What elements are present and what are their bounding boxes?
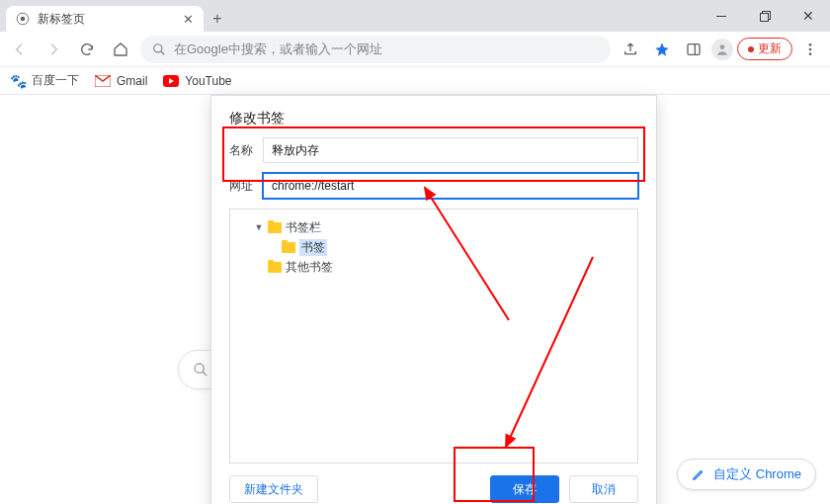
- svg-point-10: [809, 47, 812, 50]
- svg-point-9: [809, 43, 812, 46]
- svg-line-5: [161, 50, 165, 54]
- address-bar[interactable]: 在Google中搜索，或者输入一个网址: [140, 36, 611, 63]
- bookmarks-bar: 🐾 百度一下 Gmail YouTube: [0, 67, 830, 95]
- browser-tab[interactable]: 新标签页 ✕: [6, 6, 204, 32]
- tab-favicon: [16, 12, 30, 26]
- edit-bookmark-dialog: 修改书签 名称 网址 ▼ 书签栏 书签: [210, 95, 657, 504]
- tree-row-bookmarks-bar[interactable]: ▼ 书签栏: [238, 217, 629, 237]
- window-maximize-button[interactable]: [743, 0, 787, 32]
- folder-tree[interactable]: ▼ 书签栏 书签 其他书签: [229, 209, 638, 463]
- minimize-icon: [716, 16, 726, 17]
- bookmark-label: Gmail: [117, 74, 147, 88]
- arrow-left-icon: [12, 42, 28, 57]
- home-icon: [113, 42, 128, 57]
- tree-row-bookmarks-child[interactable]: 书签: [238, 237, 629, 257]
- youtube-icon: [163, 73, 179, 89]
- window-titlebar: 新标签页 ✕ + ✕: [0, 0, 830, 32]
- browser-toolbar: 在Google中搜索，或者输入一个网址 更新: [0, 32, 830, 67]
- svg-point-14: [195, 364, 204, 373]
- search-icon: [152, 42, 166, 56]
- window-minimize-button[interactable]: [700, 0, 743, 32]
- arrow-right-icon: [45, 42, 61, 57]
- folder-icon: [268, 222, 282, 233]
- update-button[interactable]: 更新: [737, 38, 792, 60]
- bookmark-label: YouTube: [185, 74, 231, 88]
- new-folder-button[interactable]: 新建文件夹: [229, 475, 318, 503]
- svg-point-11: [809, 52, 812, 55]
- tree-row-other-bookmarks[interactable]: 其他书签: [238, 257, 629, 277]
- dialog-title: 修改书签: [211, 96, 656, 137]
- folder-icon: [268, 262, 282, 273]
- reload-button[interactable]: [73, 36, 101, 63]
- side-panel-button[interactable]: [680, 36, 707, 63]
- panel-icon: [686, 42, 702, 57]
- caret-down-icon[interactable]: ▼: [254, 222, 264, 232]
- customize-chrome-button[interactable]: 自定义 Chrome: [677, 459, 816, 490]
- new-tab-button[interactable]: +: [204, 6, 231, 32]
- close-icon: ✕: [802, 8, 814, 24]
- star-filled-icon: [654, 42, 670, 57]
- gmail-icon: [95, 73, 111, 89]
- home-button[interactable]: [107, 36, 134, 63]
- profile-button[interactable]: [711, 39, 733, 60]
- tab-close-icon[interactable]: ✕: [183, 12, 194, 27]
- url-label: 网址: [229, 178, 263, 195]
- name-label: 名称: [229, 142, 263, 159]
- person-icon: [715, 42, 729, 56]
- dialog-footer: 新建文件夹 保存 取消: [211, 463, 656, 504]
- folder-icon: [282, 242, 295, 253]
- kebab-icon: [802, 42, 818, 57]
- svg-point-1: [21, 17, 26, 22]
- window-controls: ✕: [700, 0, 830, 32]
- svg-rect-6: [688, 43, 700, 54]
- page-content: 修改书签 名称 网址 ▼ 书签栏 书签: [0, 95, 830, 504]
- paw-icon: 🐾: [10, 73, 26, 89]
- menu-button[interactable]: [796, 36, 824, 63]
- pencil-icon: [692, 467, 706, 481]
- omnibox-placeholder: 在Google中搜索，或者输入一个网址: [174, 41, 382, 58]
- bookmark-item-gmail[interactable]: Gmail: [95, 73, 147, 89]
- update-dot-icon: [748, 46, 754, 52]
- tree-label-selected: 书签: [299, 239, 327, 256]
- svg-point-8: [720, 44, 725, 49]
- bookmark-url-input[interactable]: [263, 173, 638, 199]
- search-icon: [193, 362, 208, 378]
- save-button[interactable]: 保存: [490, 475, 559, 503]
- reload-icon: [79, 42, 95, 57]
- cancel-button[interactable]: 取消: [569, 475, 638, 503]
- bookmark-item-youtube[interactable]: YouTube: [163, 73, 231, 89]
- bookmark-item-baidu[interactable]: 🐾 百度一下: [10, 72, 79, 89]
- bookmark-name-input[interactable]: [263, 137, 638, 163]
- update-label: 更新: [758, 41, 782, 57]
- svg-line-15: [203, 372, 207, 376]
- window-close-button[interactable]: ✕: [787, 0, 830, 32]
- svg-rect-3: [760, 13, 768, 21]
- bookmark-star-button[interactable]: [648, 36, 676, 63]
- bookmark-label: 百度一下: [32, 72, 79, 89]
- back-button[interactable]: [6, 36, 34, 63]
- share-button[interactable]: [617, 36, 644, 63]
- tree-label: 其他书签: [286, 259, 333, 276]
- customize-label: 自定义 Chrome: [713, 465, 801, 483]
- tab-title: 新标签页: [38, 11, 175, 28]
- forward-button[interactable]: [40, 36, 67, 63]
- svg-point-4: [154, 43, 162, 51]
- tree-label: 书签栏: [286, 219, 321, 236]
- share-icon: [622, 42, 638, 57]
- restore-icon: [760, 11, 771, 22]
